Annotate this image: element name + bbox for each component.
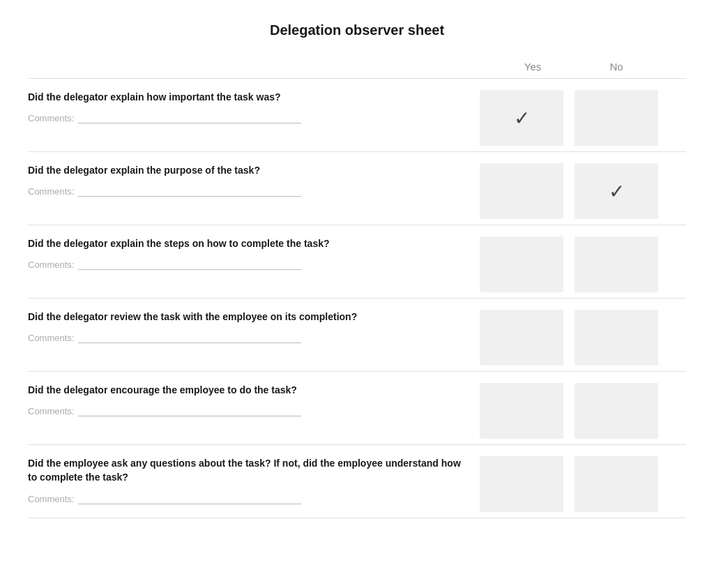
comments-label: Comments:	[28, 186, 74, 197]
no-cell-6[interactable]	[575, 456, 658, 512]
answer-cells	[480, 383, 686, 439]
comments-input-6[interactable]	[78, 492, 301, 504]
checkmark-icon: ✓	[609, 180, 625, 203]
question-row: Did the employee ask any questions about…	[28, 444, 686, 518]
yes-cell-3[interactable]	[480, 236, 563, 292]
no-cell-1[interactable]	[575, 90, 658, 146]
answer-cells	[480, 236, 686, 292]
question-text-5: Did the delegator encourage the employee…	[28, 383, 466, 397]
questions-list: Did the delegator explain how important …	[28, 78, 686, 518]
comments-label: Comments:	[28, 333, 74, 343]
yes-cell-5[interactable]	[480, 383, 563, 439]
question-content: Did the delegator encourage the employee…	[28, 383, 480, 439]
comments-label: Comments:	[28, 113, 74, 123]
answer-cells: ✓	[480, 163, 686, 219]
comments-row: Comments:	[28, 111, 466, 123]
page: Delegation observer sheet Yes No Did the…	[0, 0, 714, 588]
question-text-2: Did the delegator explain the purpose of…	[28, 163, 466, 177]
comments-label: Comments:	[28, 259, 74, 270]
comments-input-5[interactable]	[78, 404, 301, 416]
question-text-4: Did the delegator review the task with t…	[28, 310, 466, 324]
comments-input-3[interactable]	[78, 257, 301, 270]
answer-cells	[480, 310, 686, 365]
yes-cell-4[interactable]	[480, 310, 563, 365]
answer-cells: ✓	[480, 90, 686, 146]
no-cell-2[interactable]: ✓	[575, 163, 658, 219]
page-title: Delegation observer sheet	[28, 17, 686, 38]
no-cell-5[interactable]	[575, 383, 658, 439]
question-row: Did the delegator encourage the employee…	[28, 371, 686, 444]
no-column-header: No	[575, 61, 658, 73]
question-content: Did the delegator explain how important …	[28, 90, 480, 146]
comments-row: Comments:	[28, 184, 466, 197]
comments-input-4[interactable]	[78, 331, 301, 343]
yes-cell-1[interactable]: ✓	[480, 90, 563, 146]
answer-cells	[480, 456, 686, 512]
comments-input-1[interactable]	[78, 111, 301, 123]
question-content: Did the delegator explain the purpose of…	[28, 163, 480, 219]
question-content: Did the delegator review the task with t…	[28, 310, 480, 365]
yes-column-header: Yes	[491, 61, 575, 73]
question-row: Did the delegator explain the steps on h…	[28, 225, 686, 298]
question-text-3: Did the delegator explain the steps on h…	[28, 236, 466, 250]
comments-label: Comments:	[28, 494, 74, 504]
no-cell-4[interactable]	[575, 310, 658, 365]
question-content: Did the delegator explain the steps on h…	[28, 236, 480, 292]
comments-label: Comments:	[28, 406, 74, 416]
question-row: Did the delegator review the task with t…	[28, 298, 686, 371]
question-content: Did the employee ask any questions about…	[28, 456, 480, 512]
checkmark-icon: ✓	[514, 107, 530, 130]
comments-input-2[interactable]	[78, 184, 301, 197]
question-row: Did the delegator explain the purpose of…	[28, 151, 686, 225]
yes-cell-2[interactable]	[480, 163, 563, 219]
question-text-6: Did the employee ask any questions about…	[28, 456, 466, 485]
no-cell-3[interactable]	[575, 236, 658, 292]
comments-row: Comments:	[28, 257, 466, 270]
question-text-1: Did the delegator explain how important …	[28, 90, 466, 104]
question-row: Did the delegator explain how important …	[28, 78, 686, 151]
comments-row: Comments:	[28, 404, 466, 416]
comments-row: Comments:	[28, 492, 466, 504]
yes-cell-6[interactable]	[480, 456, 563, 512]
comments-row: Comments:	[28, 331, 466, 343]
column-headers: Yes No	[28, 61, 686, 73]
